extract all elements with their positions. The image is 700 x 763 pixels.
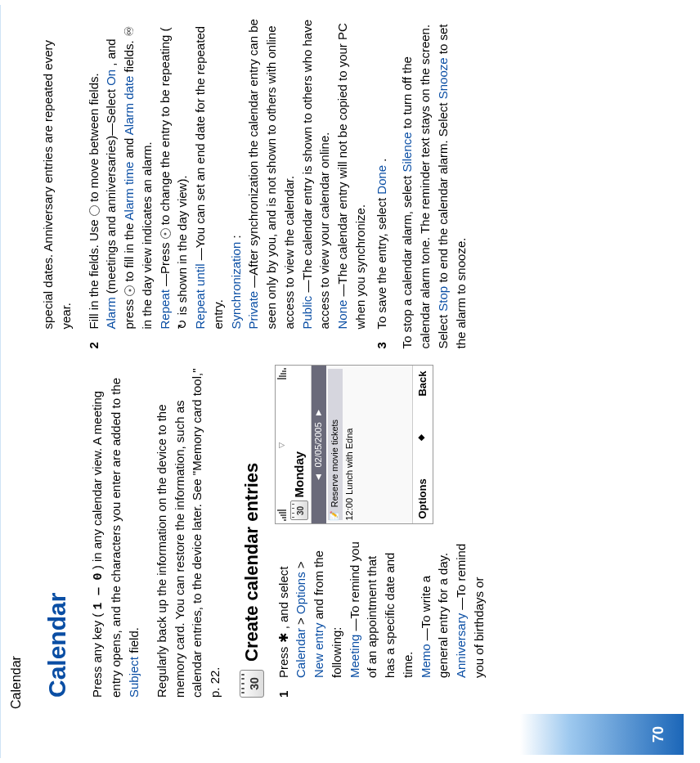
scroll-key-icon xyxy=(89,205,100,216)
memo-icon: 📝 xyxy=(329,511,341,521)
value-public: Public xyxy=(300,296,314,330)
gprs-icon: ▽ xyxy=(276,442,287,448)
menu-options: Options xyxy=(294,572,307,614)
text: to fill in the xyxy=(122,220,136,281)
phone-entry-row: 12:00 Lunch with Edna xyxy=(343,370,357,521)
option-memo: Memo xyxy=(419,644,433,678)
anniversary-continued: special dates. Anniversary entries are r… xyxy=(39,16,75,330)
field-repeat: Repeat xyxy=(158,289,172,329)
text: : xyxy=(229,235,243,238)
intro-paragraph: Press any key ( 1 — 0 ) in any calendar … xyxy=(88,366,143,698)
section-heading-text: Create calendar entries xyxy=(239,463,265,662)
scroll-key-icon xyxy=(160,228,171,239)
field-alarm-time: Alarm time xyxy=(122,162,136,221)
text: > xyxy=(294,561,307,568)
mini-cal-number: 30 xyxy=(294,502,307,520)
text: , and select xyxy=(276,567,290,630)
nav-arrow-icon: ◆ xyxy=(415,434,431,441)
calendar-icon-number: 30 xyxy=(245,671,263,697)
value-on: On xyxy=(104,70,118,86)
menu-key-icon: ✱ xyxy=(276,632,290,643)
text: to move between fields. xyxy=(87,73,101,202)
left-column: Calendar Press any key ( 1 — 0 ) in any … xyxy=(39,366,684,698)
step-body: Press ✱ , and select Calendar > Options … xyxy=(275,536,488,679)
signal-icon xyxy=(277,510,286,522)
text: (meetings and anniversaries)—Select xyxy=(104,86,118,294)
page-number: 70 xyxy=(650,726,667,743)
page-rotated: Calendar 70 Calendar Press any key ( 1 —… xyxy=(0,0,700,763)
step-number: 3 xyxy=(373,338,391,349)
text: —Press xyxy=(158,239,172,286)
step-number: 2 xyxy=(85,338,370,349)
repeat-indicator-icon: ↻ xyxy=(175,319,189,330)
section-create-entries: 30 Create calendar entries xyxy=(239,366,265,698)
step-body: To save the entry, select Done . xyxy=(373,16,391,330)
page-number-strip: 70 xyxy=(39,714,684,755)
text: is shown in the day view). xyxy=(175,175,189,315)
text: —After synchronization the calendar entr… xyxy=(246,19,296,329)
softkey-back[interactable]: Back xyxy=(415,371,431,397)
option-meeting: Meeting xyxy=(348,635,361,678)
calendar-icon: 30 xyxy=(240,670,264,698)
text: field. xyxy=(127,627,141,653)
menu-calendar: Calendar xyxy=(294,628,307,678)
text: To save the entry, select xyxy=(375,195,388,330)
action-snooze: Snooze xyxy=(436,57,450,99)
phone-entry-time: 12:00 xyxy=(343,498,357,521)
text: —The calendar entry will not be copied t… xyxy=(335,23,367,329)
text: Press any key ( xyxy=(90,613,104,698)
step1-text: 1 Press ✱ , and select Calendar > Option… xyxy=(275,536,491,698)
phone-status-bar: ▽ xyxy=(276,366,289,524)
step1-wrap: 1 Press ✱ , and select Calendar > Option… xyxy=(275,366,491,698)
step-3: 3 To save the entry, select Done . xyxy=(373,16,391,349)
text: to change the entry to be repeating ( xyxy=(158,27,172,225)
phone-entry-text: Reserve movie tickets xyxy=(329,420,342,508)
scroll-key-icon xyxy=(124,285,135,296)
phone-body: 📝 Reserve movie tickets 12:00 Lunch with… xyxy=(326,366,412,524)
step-1: 1 Press ✱ , and select Calendar > Option… xyxy=(275,536,488,698)
field-alarm: Alarm xyxy=(104,297,118,329)
phone-date-bar: ◀ 02/05/2005 ▶ xyxy=(312,366,326,524)
field-alarm-date: Alarm date xyxy=(122,76,136,136)
action-stop: Stop xyxy=(436,286,450,312)
option-anniversary: Anniversary xyxy=(454,613,468,678)
step-2: 2 Fill in the fields. Use to move betwee… xyxy=(85,16,370,349)
menu-new-entry: New entry xyxy=(312,622,325,678)
text: . xyxy=(375,158,388,161)
text: in the day view indicates an alarm. xyxy=(140,141,154,329)
stop-alarm-paragraph: To stop a calendar alarm, select Silence… xyxy=(398,16,469,349)
alarm-indicator-icon: ♾ xyxy=(122,26,136,37)
text: and xyxy=(122,135,136,158)
page-number-box: 70 xyxy=(520,714,684,755)
text: fields. xyxy=(122,37,136,72)
text: —The calendar entry is shown to others w… xyxy=(300,20,332,330)
mini-calendar-icon: 30 xyxy=(290,501,308,521)
header-strip: Calendar xyxy=(0,5,31,758)
phone-header: 30 Monday xyxy=(289,366,312,524)
phone-date: 02/05/2005 xyxy=(312,422,325,467)
backup-paragraph: Regularly back up the information on the… xyxy=(153,366,224,698)
text: to end the calendar alarm. Select xyxy=(436,99,450,282)
step-number: 1 xyxy=(275,686,488,698)
phone-softkeys: Options ◆ Back xyxy=(412,366,433,524)
action-silence: Silence xyxy=(400,132,414,172)
arrow-right-icon: ▶ xyxy=(313,410,324,415)
text: Fill in the fields. Use xyxy=(87,216,101,329)
text: > xyxy=(294,614,307,625)
main-area: 70 Calendar Press any key ( 1 — 0 ) in a… xyxy=(31,0,700,763)
arrow-left-icon: ◀ xyxy=(313,474,324,480)
value-none: None xyxy=(335,300,349,330)
field-synchronization: Synchronization xyxy=(229,242,243,330)
header-label: Calendar xyxy=(9,656,24,709)
page-title: Calendar xyxy=(39,366,75,698)
phone-entry-row: 📝 Reserve movie tickets xyxy=(328,370,343,521)
key-range: 1 — 0 xyxy=(92,572,105,609)
right-column: special dates. Anniversary entries are r… xyxy=(39,16,684,349)
step-body: Fill in the fields. Use to move between … xyxy=(85,16,370,330)
field-subject: Subject xyxy=(127,657,141,698)
phone-entry-text: Lunch with Edna xyxy=(343,429,357,495)
value-private: Private xyxy=(246,291,260,330)
action-done: Done xyxy=(375,165,388,195)
battery-icon xyxy=(277,369,286,380)
softkey-options[interactable]: Options xyxy=(415,478,431,518)
